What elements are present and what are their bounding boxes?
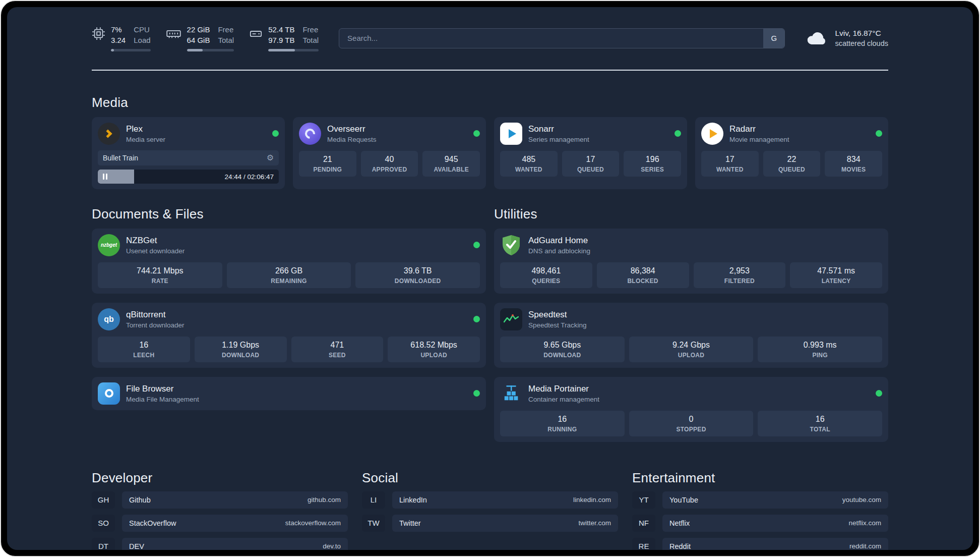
service-card-speedtest[interactable]: Speedtest Speedtest Tracking 9.65 Gbps D… <box>494 303 888 368</box>
playback-progress-bar[interactable]: 24:44 / 02:06:47 <box>98 170 279 184</box>
section-heading-developer: Developer <box>92 470 348 485</box>
disk-usage-bar <box>268 49 319 51</box>
service-card-adguard[interactable]: AdGuard Home DNS and adblocking 498,461 … <box>494 229 888 294</box>
section-heading-documents: Documents & Files <box>92 206 486 221</box>
status-dot <box>473 390 480 397</box>
stat-label: PENDING <box>301 166 354 173</box>
service-description: Series management <box>528 136 589 143</box>
service-card-qbittorrent[interactable]: qb qBittorrent Torrent downloader 16 LEE… <box>92 303 486 368</box>
stat-label: UPLOAD <box>390 352 478 359</box>
ram-icon <box>166 27 181 40</box>
now-playing-row: Bullet Train ⚙ <box>98 150 279 165</box>
stat-value: 17 <box>703 155 757 164</box>
bookmark-url: dev.to <box>323 542 341 550</box>
stat-tile: 21 PENDING <box>299 151 356 177</box>
stat-tile: 0 STOPPED <box>629 411 754 436</box>
stat-label: TOTAL <box>760 426 880 433</box>
plex-icon <box>98 123 120 145</box>
speedtest-icon <box>500 308 522 330</box>
section-utilities: Utilities AdGuard Home DNS and adblockin… <box>494 206 888 442</box>
filebrowser-icon <box>98 382 120 405</box>
stat-label: LEECH <box>100 352 188 359</box>
bookmark-name: Twitter <box>399 519 421 527</box>
disk-icon <box>249 27 263 40</box>
bookmark-stackoverflow[interactable]: SO StackOverflow stackoverflow.com <box>92 515 348 532</box>
stat-value: 196 <box>626 155 679 164</box>
service-description: Container management <box>528 396 599 403</box>
stat-label: QUEUED <box>765 166 819 173</box>
cpu-percent: 7% <box>111 25 126 35</box>
stat-label: QUERIES <box>502 277 590 285</box>
stat-value: 0.993 ms <box>760 341 880 350</box>
service-card-plex[interactable]: Plex Media server Bullet Train ⚙ 24:44 /… <box>92 117 285 189</box>
service-card-filebrowser[interactable]: File Browser Media File Management <box>92 377 486 410</box>
service-description: Movie management <box>729 136 789 143</box>
bookmark-url: netflix.com <box>848 519 881 527</box>
stat-tile: 196 SERIES <box>624 151 681 177</box>
status-dot <box>675 130 681 137</box>
stat-label: DOWNLOAD <box>197 352 285 359</box>
service-description: Media Requests <box>327 136 377 143</box>
stat-tile: 945 AVAILABLE <box>422 151 480 177</box>
stat-label: WANTED <box>703 166 757 173</box>
ram-usage-widget: 22 GiB 64 GiB Free Total <box>166 25 234 51</box>
bookmark-abbr: GH <box>92 491 115 509</box>
portainer-icon <box>500 382 522 405</box>
radarr-icon <box>701 123 723 145</box>
section-heading-social: Social <box>362 470 618 485</box>
service-card-radarr[interactable]: Radarr Movie management 17 WANTED 22 QUE… <box>695 117 888 189</box>
section-heading-media: Media <box>92 95 888 110</box>
bookmark-url: youtube.com <box>842 496 881 504</box>
service-name: AdGuard Home <box>528 236 590 246</box>
bookmark-youtube[interactable]: YT YouTube youtube.com <box>632 491 888 509</box>
stat-tile: 9.65 Gbps DOWNLOAD <box>500 337 625 362</box>
stat-tile: 17 WANTED <box>701 151 759 177</box>
status-dot <box>272 130 279 137</box>
stat-tile: 485 WANTED <box>500 151 558 177</box>
bookmark-url: reddit.com <box>849 542 881 550</box>
stat-label: WANTED <box>502 166 556 173</box>
search-engine-button[interactable]: G <box>763 29 784 48</box>
weather-widget: Lviv, 16.87°C scattered clouds <box>805 29 888 47</box>
disk-free: 52.4 TB <box>268 25 294 35</box>
stat-value: 0 <box>631 415 752 424</box>
status-dot <box>473 316 480 322</box>
service-card-sonarr[interactable]: Sonarr Series management 485 WANTED 17 Q… <box>494 117 687 189</box>
stat-label: APPROVED <box>363 166 416 173</box>
pause-icon[interactable] <box>103 174 107 180</box>
stat-value: 744.21 Mbps <box>100 266 220 275</box>
bookmark-name: Reddit <box>669 542 691 550</box>
cpu-icon <box>92 27 105 40</box>
bookmark-linkedin[interactable]: LI LinkedIn linkedin.com <box>362 491 618 509</box>
cloud-icon <box>805 30 828 46</box>
stat-label: SERIES <box>626 166 679 173</box>
service-card-nzbget[interactable]: nzbget NZBGet Usenet downloader 744.21 M… <box>92 229 486 294</box>
bookmark-url: stackoverflow.com <box>285 519 341 527</box>
bookmark-reddit[interactable]: RE Reddit reddit.com <box>632 538 888 550</box>
status-dot <box>876 390 882 397</box>
stat-value: 16 <box>100 341 188 350</box>
stat-value: 1.19 Gbps <box>197 341 285 350</box>
stat-tile: 40 APPROVED <box>361 151 418 177</box>
bookmark-netflix[interactable]: NF Netflix netflix.com <box>632 515 888 532</box>
now-playing-title: Bullet Train <box>103 154 138 162</box>
stat-value: 9.24 Gbps <box>631 341 752 350</box>
service-card-portainer[interactable]: Media Portainer Container management 16 … <box>494 377 888 442</box>
overseerr-icon <box>299 123 321 145</box>
nzbget-icon: nzbget <box>98 234 120 256</box>
bookmark-dev[interactable]: DT DEV dev.to <box>92 538 348 550</box>
service-card-overseerr[interactable]: Overseerr Media Requests 21 PENDING 40 A… <box>293 117 486 189</box>
qbittorrent-icon: qb <box>98 308 120 330</box>
bookmark-abbr: RE <box>632 538 655 550</box>
stat-label: FILTERED <box>696 277 784 285</box>
bookmark-abbr: NF <box>632 515 655 532</box>
bookmark-group-entertainment: Entertainment YT YouTube youtube.com NF … <box>632 470 888 550</box>
stat-tile: 471 SEED <box>291 337 384 362</box>
stat-tile: 16 RUNNING <box>500 411 625 436</box>
bookmark-twitter[interactable]: TW Twitter twitter.com <box>362 515 618 532</box>
stat-value: 834 <box>827 155 880 164</box>
gear-icon[interactable]: ⚙ <box>267 154 274 162</box>
search-input[interactable] <box>339 28 785 48</box>
stat-tile: 498,461 QUERIES <box>500 262 592 288</box>
bookmark-github[interactable]: GH Github github.com <box>92 491 348 509</box>
